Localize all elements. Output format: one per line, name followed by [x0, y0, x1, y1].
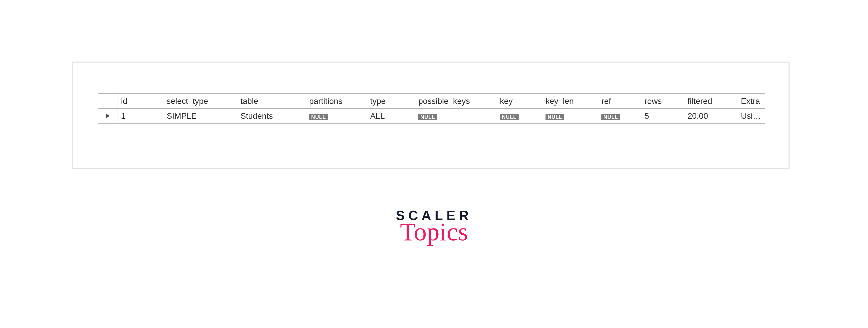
play-icon	[106, 113, 110, 118]
cell-extra: Using where	[737, 111, 765, 121]
col-filtered: filtered	[684, 96, 737, 106]
cell-partitions: NULL	[306, 111, 367, 121]
null-chip: NULL	[309, 114, 328, 120]
table-row[interactable]: 1 SIMPLE Students NULL ALL NULL NULL NUL…	[98, 109, 765, 123]
cell-possible-keys: NULL	[415, 111, 496, 121]
col-table: table	[237, 96, 306, 106]
brand-line2: Topics	[0, 221, 868, 242]
null-chip: NULL	[546, 114, 564, 120]
cell-select-type: SIMPLE	[163, 111, 237, 121]
current-row-indicator	[98, 109, 117, 123]
col-type: type	[367, 96, 415, 106]
cell-filtered: 20.00	[684, 111, 737, 121]
col-partitions: partitions	[306, 96, 367, 106]
cell-id: 1	[117, 111, 163, 121]
null-chip: NULL	[418, 114, 437, 120]
col-possible-keys: possible_keys	[415, 96, 496, 106]
null-chip: NULL	[500, 114, 519, 120]
cell-type: ALL	[367, 111, 415, 121]
cell-rows: 5	[641, 111, 684, 121]
col-ref: ref	[598, 96, 641, 106]
col-select-type: select_type	[163, 96, 237, 106]
cell-key: NULL	[496, 111, 542, 121]
cell-table: Students	[237, 111, 306, 121]
col-id: id	[117, 96, 163, 106]
cell-key-len: NULL	[542, 111, 598, 121]
explain-table: id select_type table partitions type pos…	[98, 93, 765, 124]
col-rows: rows	[641, 96, 684, 106]
row-gutter-header	[98, 94, 117, 108]
stage: id select_type table partitions type pos…	[0, 0, 868, 328]
result-panel: id select_type table partitions type pos…	[72, 62, 789, 169]
cell-ref: NULL	[598, 111, 641, 121]
brand-logo: SCALER Topics	[0, 208, 868, 242]
null-chip: NULL	[601, 114, 620, 120]
col-key-len: key_len	[542, 96, 598, 106]
col-key: key	[496, 96, 542, 106]
col-extra: Extra	[737, 96, 765, 106]
table-header-row: id select_type table partitions type pos…	[98, 94, 765, 109]
